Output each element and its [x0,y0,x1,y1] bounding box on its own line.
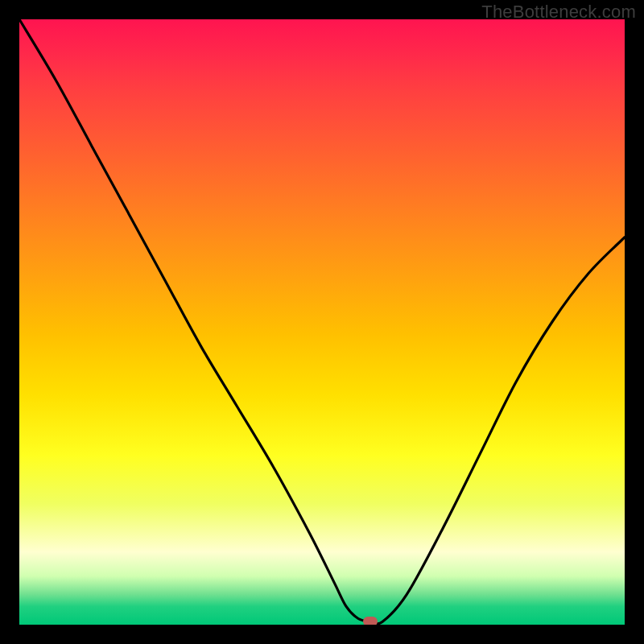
bottleneck-curve [19,19,625,625]
watermark-text: TheBottleneck.com [481,2,636,23]
chart-frame: TheBottleneck.com [0,0,644,644]
optimal-point-marker [363,617,378,625]
plot-area [19,19,625,625]
